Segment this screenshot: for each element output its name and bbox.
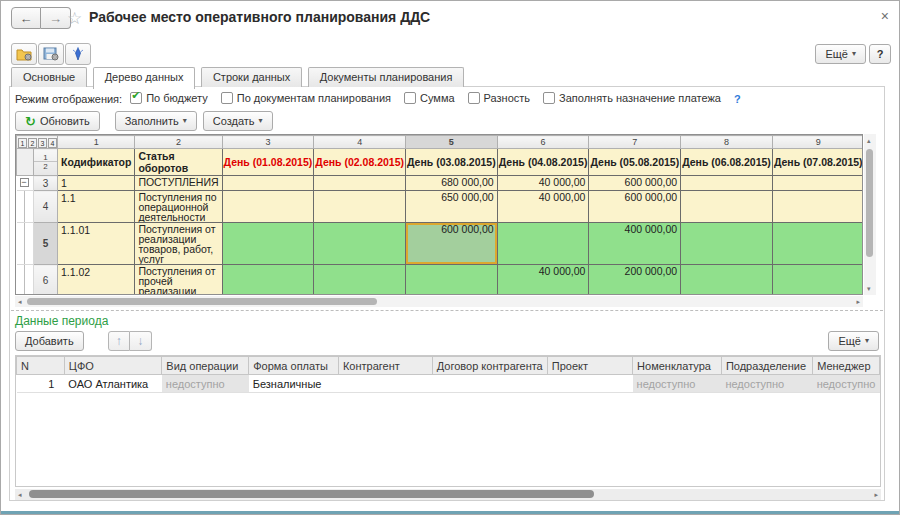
period-horizontal-scrollbar[interactable]: ◂ ▸ <box>15 489 881 500</box>
group-level-button-2[interactable]: 2 <box>28 138 37 148</box>
move-up-button[interactable]: ↑ <box>108 331 130 351</box>
group-level-button-4[interactable]: 4 <box>48 138 57 148</box>
grid-header-day-6[interactable]: День (06.08.2015) <box>681 149 773 176</box>
fill-button[interactable]: Заполнить ▾ <box>115 111 197 131</box>
value-cell[interactable]: 40 000,00 <box>497 176 589 191</box>
row-number-header[interactable]: 6 <box>34 265 58 296</box>
grid-header-day-4[interactable]: День (04.08.2015) <box>497 149 589 176</box>
more-actions-button[interactable]: Ещё ▾ <box>815 44 866 64</box>
scroll-thumb[interactable] <box>866 149 873 257</box>
value-cell[interactable]: 600 000,00 <box>589 176 681 191</box>
add-button[interactable]: Добавить <box>15 331 84 351</box>
value-cell[interactable] <box>222 265 314 296</box>
column-number-header[interactable]: 9 <box>772 136 863 149</box>
period-column-header-7[interactable]: Номенклатура <box>633 357 722 375</box>
grid-header-code[interactable]: Кодификатор <box>58 149 135 176</box>
scroll-up-icon[interactable]: ▴ <box>867 137 871 144</box>
value-cell[interactable]: 600 000,00 <box>406 223 498 265</box>
row-number-header[interactable]: 4 <box>34 191 58 223</box>
mode-checkbox-4[interactable]: Заполнять назначение платежа <box>543 92 721 104</box>
close-icon[interactable]: × <box>881 8 889 24</box>
value-cell[interactable] <box>681 176 773 191</box>
period-cell[interactable]: недоступно <box>721 375 812 393</box>
column-number-header[interactable]: 4 <box>314 136 406 149</box>
value-cell[interactable] <box>772 176 863 191</box>
period-cell[interactable]: Безналичные <box>249 375 339 393</box>
column-number-header[interactable]: 3 <box>222 136 314 149</box>
code-cell[interactable]: 1.1.01 <box>58 223 135 265</box>
code-cell[interactable]: 1.1.02 <box>58 265 135 296</box>
group-level-button-3[interactable]: 3 <box>38 138 47 148</box>
column-number-header[interactable]: 6 <box>497 136 589 149</box>
checkbox-box[interactable] <box>468 92 480 104</box>
grid-horizontal-scrollbar[interactable]: ◂ ▸ <box>15 296 863 307</box>
mode-checkbox-0[interactable]: ✔По бюджету <box>130 92 208 104</box>
tab-data-rows[interactable]: Строки данных <box>201 67 302 87</box>
load-settings-button[interactable] <box>11 43 37 65</box>
create-button[interactable]: Создать ▾ <box>203 111 273 131</box>
value-cell[interactable] <box>314 191 406 223</box>
value-cell[interactable] <box>314 223 406 265</box>
mode-help-icon[interactable]: ? <box>734 93 741 105</box>
mode-checkbox-1[interactable]: По документам планирования <box>221 92 391 104</box>
favorite-star-icon[interactable]: ☆ <box>67 8 82 29</box>
grid-header-day-5[interactable]: День (05.08.2015) <box>589 149 681 176</box>
value-cell[interactable] <box>222 176 314 191</box>
code-cell[interactable]: 1.1 <box>58 191 135 223</box>
scroll-down-icon[interactable]: ▾ <box>867 285 871 292</box>
highlight-button[interactable] <box>65 43 91 65</box>
grid-header-article[interactable]: Статья оборотов <box>135 149 222 176</box>
column-number-header[interactable]: 5 <box>406 136 498 149</box>
grid-vertical-scrollbar[interactable]: ▴ ▾ <box>864 134 876 295</box>
period-more-button[interactable]: Ещё ▾ <box>828 331 879 351</box>
period-cell[interactable]: недоступно <box>813 375 880 393</box>
value-cell[interactable] <box>681 265 773 296</box>
collapse-node-icon[interactable]: − <box>33 202 34 211</box>
value-cell[interactable] <box>406 265 498 296</box>
checkbox-box[interactable] <box>221 92 233 104</box>
scroll-thumb[interactable] <box>29 490 594 498</box>
value-cell[interactable] <box>497 223 589 265</box>
checkbox-box[interactable] <box>404 92 416 104</box>
grid-header-day-3[interactable]: День (03.08.2015) <box>406 149 498 176</box>
period-column-header-3[interactable]: Форма оплаты <box>249 357 339 375</box>
column-number-header[interactable]: 7 <box>589 136 681 149</box>
period-column-header-5[interactable]: Договор контрагента <box>432 357 547 375</box>
value-cell[interactable] <box>772 223 863 265</box>
column-number-header[interactable]: 2 <box>135 136 222 149</box>
scroll-left-icon[interactable]: ◂ <box>18 298 22 305</box>
period-cell[interactable] <box>432 375 547 393</box>
value-cell[interactable] <box>222 191 314 223</box>
tab-planning-documents[interactable]: Документы планирования <box>308 67 465 87</box>
checkbox-box[interactable] <box>543 92 555 104</box>
grid-header-day-2[interactable]: День (02.08.2015) <box>314 149 406 176</box>
value-cell[interactable]: 680 000,00 <box>406 176 498 191</box>
grid-header-day-1[interactable]: День (01.08.2015) <box>222 149 314 176</box>
value-cell[interactable]: 40 000,00 <box>497 191 589 223</box>
value-cell[interactable] <box>314 176 406 191</box>
row-number-header[interactable]: 5 <box>34 223 58 265</box>
back-button[interactable]: ← <box>11 7 41 29</box>
period-column-header-9[interactable]: Менеджер <box>813 357 880 375</box>
scroll-thumb[interactable] <box>27 298 377 305</box>
value-cell[interactable] <box>222 223 314 265</box>
help-button[interactable]: ? <box>869 44 891 64</box>
grid-header-day-7[interactable]: День (07.08.2015) <box>772 149 863 176</box>
scroll-right-icon[interactable]: ▸ <box>856 298 860 305</box>
article-cell[interactable]: ПОСТУПЛЕНИЯ <box>135 176 222 191</box>
article-cell[interactable]: Поступления по операционной деятельности <box>135 191 222 223</box>
column-number-header[interactable]: 8 <box>681 136 773 149</box>
group-level-button-1[interactable]: 1 <box>18 138 27 148</box>
table-row[interactable]: 1ОАО АтлантиканедоступноБезналичныенедос… <box>17 375 880 393</box>
value-cell[interactable]: 400 000,00 <box>589 223 681 265</box>
article-cell[interactable]: Поступления от прочей реализации <box>135 265 222 296</box>
value-cell[interactable]: 650 000,00 <box>406 191 498 223</box>
save-settings-button[interactable] <box>38 43 64 65</box>
mode-checkbox-2[interactable]: Сумма <box>404 92 455 104</box>
value-cell[interactable] <box>314 265 406 296</box>
scroll-right-icon[interactable]: ▸ <box>874 491 878 498</box>
value-cell[interactable]: 40 000,00 <box>497 265 589 296</box>
period-column-header-4[interactable]: Контрагент <box>338 357 432 375</box>
period-cell[interactable]: 1 <box>17 375 65 393</box>
period-column-header-8[interactable]: Подразделение <box>721 357 812 375</box>
